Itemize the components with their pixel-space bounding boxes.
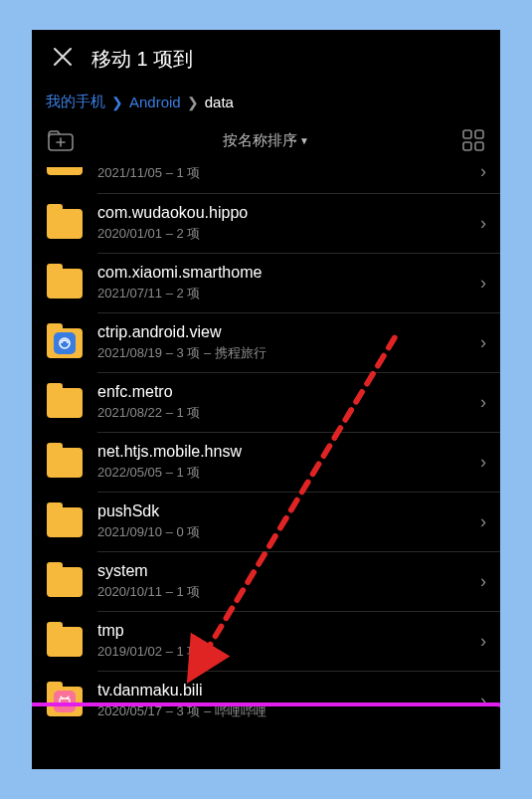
item-name: system [97,562,460,580]
list-item[interactable]: tmp2019/01/02 – 1 项 › [32,612,500,671]
list-item[interactable]: net.htjs.mobile.hnsw2022/05/05 – 1 项 › [32,433,500,492]
chevron-down-icon: ▼ [299,135,309,146]
app-folder-icon [46,327,84,359]
item-meta: 2019/01/02 – 1 项 [97,643,460,661]
svg-rect-1 [463,130,471,138]
phone-screen: 移动 1 项到 我的手机 ❯ Android ❯ data 按名称排序▼ [32,30,500,769]
list-item[interactable]: system2020/10/11 – 1 项 › [32,552,500,611]
grid-view-icon[interactable] [444,129,484,151]
item-name: com.wudaokou.hippo [97,204,460,222]
svg-rect-3 [463,142,471,150]
chevron-right-icon: › [474,161,486,182]
folder-icon [46,208,84,240]
item-name: tmp [97,622,460,640]
item-name: tv.danmaku.bili [97,682,460,699]
folder-icon [46,506,84,538]
svg-rect-4 [475,142,483,150]
item-meta: 2022/05/05 – 1 项 [97,464,460,482]
folder-icon [46,155,84,187]
breadcrumb-current: data [205,94,234,110]
app-folder-icon [46,686,84,717]
folder-icon [46,447,84,479]
chevron-right-icon: › [474,273,486,294]
folder-icon [46,387,84,419]
chevron-right-icon: ❯ [187,95,199,110]
chevron-right-icon: ❯ [111,95,123,110]
close-icon[interactable] [52,44,74,75]
folder-icon [46,268,84,300]
list-item[interactable]: com.xiaomi.smarthome2021/07/11 – 2 项 › [32,254,500,312]
header-bar: 移动 1 项到 [32,30,500,85]
item-name: net.htjs.mobile.hnsw [97,443,460,461]
item-meta: 2021/11/05 – 1 项 [97,164,460,182]
item-name: enfc.metro [97,383,460,401]
folder-icon [46,566,84,598]
chevron-right-icon: › [474,631,486,652]
chevron-right-icon: › [474,213,486,234]
chevron-right-icon: › [474,691,486,711]
ctrip-icon [54,332,76,354]
chevron-right-icon: › [474,571,486,592]
list-item[interactable]: pushSdk2021/09/10 – 0 项 › [32,493,500,551]
item-name: com.xiaomi.smarthome [97,264,460,282]
svg-rect-6 [60,699,70,705]
item-name: pushSdk [97,502,460,520]
folder-icon [46,626,84,658]
sort-button[interactable]: 按名称排序▼ [88,131,444,150]
list-item[interactable]: ctrip.android.view2021/08/19 – 3 项 – 携程旅… [32,313,500,372]
svg-rect-2 [475,130,483,138]
list-item[interactable]: enfc.metro2021/08/22 – 1 项 › [32,373,500,432]
list-item[interactable]: tv.danmaku.bili2020/05/17 – 3 项 – 哔哩哔哩 › [32,672,500,730]
list-item[interactable]: 2021/11/05 – 1 项 › [32,155,500,193]
page-title: 移动 1 项到 [91,46,193,73]
chevron-right-icon: › [474,511,486,532]
breadcrumb: 我的手机 ❯ Android ❯ data [32,85,500,123]
chevron-right-icon: › [474,392,486,413]
item-meta: 2021/09/10 – 0 项 [97,523,460,541]
item-meta: 2020/05/17 – 3 项 – 哔哩哔哩 [97,702,460,720]
item-meta: 2021/07/11 – 2 项 [97,285,460,302]
item-meta: 2020/01/01 – 2 项 [97,225,460,243]
breadcrumb-item[interactable]: Android [129,94,181,110]
bilibili-icon [54,691,76,712]
chevron-right-icon: › [474,452,486,473]
new-folder-icon[interactable] [48,129,88,151]
sort-label: 按名称排序 [223,131,297,148]
item-meta: 2020/10/11 – 1 项 [97,583,460,601]
breadcrumb-item[interactable]: 我的手机 [46,93,105,111]
chevron-right-icon: › [474,332,486,353]
folder-list: 2021/11/05 – 1 项 › com.wudaokou.hippo202… [32,155,500,730]
item-meta: 2021/08/22 – 1 项 [97,404,460,422]
list-item[interactable]: com.wudaokou.hippo2020/01/01 – 2 项 › [32,194,500,253]
item-meta: 2021/08/19 – 3 项 – 携程旅行 [97,344,460,362]
item-name: ctrip.android.view [97,323,460,341]
